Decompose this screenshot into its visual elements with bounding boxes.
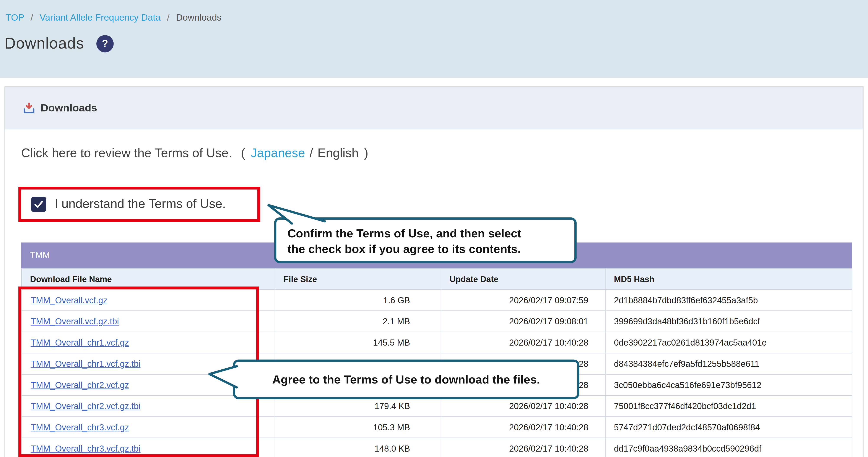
md5-hash-cell: 75001f8cc377f46df420bcf03dc1d2d1 [606, 395, 852, 417]
callout-confirm-text: Confirm the Terms of Use, and then selec… [276, 220, 575, 257]
callout-confirm-line1: Confirm the Terms of Use, and then selec… [287, 227, 521, 240]
column-header-file-size: File Size [275, 268, 441, 290]
md5-hash-cell: 0de3902217ac0261d813974ac5aa401e [606, 332, 852, 353]
language-divider: / [309, 146, 313, 160]
terms-agreement-label: I understand the Terms of Use. [55, 197, 226, 211]
md5-hash-cell: 2d1b8884b7dbd83ff6ef632455a3af5b [606, 290, 852, 311]
update-date-cell: 2026/02/17 09:07:59 [441, 290, 606, 311]
terms-of-use-line: Click here to review the Terms of Use.(J… [21, 146, 368, 161]
file-download-link[interactable]: TMM_Overall_chr1.vcf.gz.tbi [31, 359, 141, 368]
file-size-cell: 2.1 MB [275, 311, 441, 332]
file-download-link[interactable]: TMM_Overall_chr3.vcf.gz [31, 422, 129, 432]
column-header-file-name: Download File Name [22, 268, 275, 290]
downloads-page: TOP / Variant Allele Frequency Data / Do… [0, 0, 868, 457]
md5-hash-cell: 399699d3da48bf36d31b160f1b5e6dcf [606, 311, 852, 332]
callout-confirm-terms: Confirm the Terms of Use, and then selec… [274, 217, 577, 263]
table-row: TMM_Overall.vcf.gz 1.6 GB 2026/02/17 09:… [22, 290, 852, 311]
file-size-cell: 145.5 MB [275, 332, 441, 353]
title-row: Downloads ? [5, 34, 114, 52]
file-size-cell: 1.6 GB [275, 290, 441, 311]
table-row: TMM_Overall_chr3.vcf.gz.tbi 148.0 KB 202… [22, 438, 852, 457]
terms-agreement-checkbox[interactable] [31, 196, 46, 211]
file-download-link[interactable]: TMM_Overall_chr2.vcf.gz [31, 380, 129, 389]
check-icon [33, 198, 44, 210]
callout-pointer [207, 363, 241, 392]
update-date-cell: 2026/02/17 10:40:28 [441, 417, 606, 438]
callout-pointer [266, 203, 328, 225]
file-name-cell: TMM_Overall.vcf.gz.tbi [22, 311, 275, 332]
callout-agree-download: Agree to the Terms of Use to download th… [233, 360, 579, 399]
screenshot-viewport: TOP / Variant Allele Frequency Data / Do… [0, 0, 868, 457]
column-header-md5-hash: MD5 Hash [606, 268, 852, 290]
update-date-cell: 2026/02/17 09:08:01 [441, 311, 606, 332]
paren-close: ) [364, 146, 368, 160]
panel-header: Downloads [5, 87, 863, 129]
page-title: Downloads [5, 34, 84, 52]
japanese-language-link[interactable]: Japanese [251, 146, 305, 160]
file-name-cell: TMM_Overall_chr1.vcf.gz [22, 332, 275, 353]
download-icon [23, 102, 35, 114]
md5-hash-cell: dd17c9f0aa4938a9834b0ccd590296df [606, 438, 852, 457]
terms-agreement-row: I understand the Terms of Use. [31, 195, 226, 213]
file-download-link[interactable]: TMM_Overall_chr1.vcf.gz [31, 338, 129, 347]
panel-title: Downloads [41, 102, 97, 114]
breadcrumb-separator: / [31, 12, 33, 22]
file-download-link[interactable]: TMM_Overall_chr3.vcf.gz.tbi [31, 443, 141, 453]
file-name-cell: TMM_Overall.vcf.gz [22, 290, 275, 311]
breadcrumb-current: Downloads [176, 12, 221, 22]
md5-hash-cell: 5747d271d07ded2dcf48570af0698f84 [606, 417, 852, 438]
breadcrumb: TOP / Variant Allele Frequency Data / Do… [6, 12, 222, 23]
downloads-panel: Downloads Click here to review the Terms… [5, 87, 864, 457]
md5-hash-cell: 3c050ebba6c4ca516fe691e73bf95612 [606, 374, 852, 396]
file-download-link[interactable]: TMM_Overall.vcf.gz.tbi [31, 316, 119, 326]
help-icon[interactable]: ? [96, 35, 114, 52]
paren-open: ( [241, 146, 245, 160]
callout-agree-text: Agree to the Terms of Use to download th… [272, 372, 540, 387]
breadcrumb-link-top[interactable]: TOP [6, 12, 24, 22]
column-header-update-date: Update Date [441, 268, 606, 290]
table-row: TMM_Overall_chr1.vcf.gz 145.5 MB 2026/02… [22, 332, 852, 353]
callout-confirm-line2: the check box if you agree to its conten… [287, 242, 521, 255]
breadcrumb-link-variant-allele-frequency-data[interactable]: Variant Allele Frequency Data [40, 12, 160, 22]
page-header-band: TOP / Variant Allele Frequency Data / Do… [0, 0, 868, 78]
terms-sentence: Click here to review the Terms of Use. [21, 146, 232, 160]
table-row: TMM_Overall.vcf.gz.tbi 2.1 MB 2026/02/17… [22, 311, 852, 332]
file-name-cell: TMM_Overall_chr3.vcf.gz [22, 417, 275, 438]
table-header-row: Download File Name File Size Update Date… [22, 268, 852, 290]
update-date-cell: 2026/02/17 10:40:28 [441, 438, 606, 457]
table-row: TMM_Overall_chr3.vcf.gz 105.3 MB 2026/02… [22, 417, 852, 438]
update-date-cell: 2026/02/17 10:40:28 [441, 332, 606, 353]
file-name-cell: TMM_Overall_chr3.vcf.gz.tbi [22, 438, 275, 457]
file-download-link[interactable]: TMM_Overall.vcf.gz [31, 295, 107, 305]
file-size-cell: 105.3 MB [275, 417, 441, 438]
file-download-link[interactable]: TMM_Overall_chr2.vcf.gz.tbi [31, 401, 141, 410]
file-size-cell: 148.0 KB [275, 438, 441, 457]
md5-hash-cell: d84384384efc7ef9a5fd1255b588e611 [606, 353, 852, 374]
breadcrumb-separator: / [167, 12, 169, 22]
english-language-label: English [317, 146, 359, 160]
